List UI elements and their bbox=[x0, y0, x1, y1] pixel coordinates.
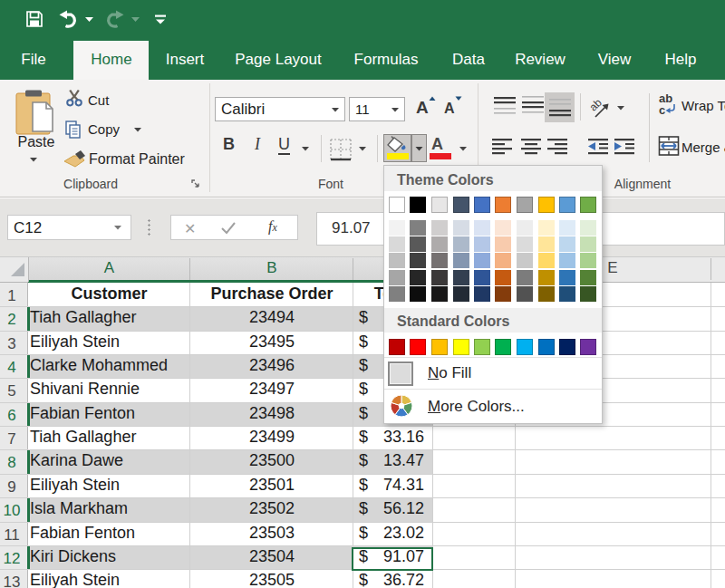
svg-text:c: c bbox=[659, 103, 665, 117]
